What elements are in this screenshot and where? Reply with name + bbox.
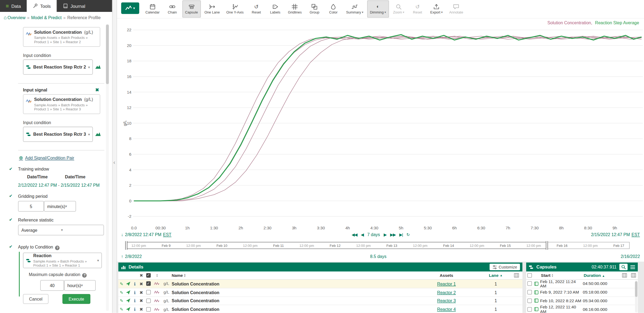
training-start[interactable]: 2/12/2022 12:47 PM — [18, 182, 57, 187]
assets-column-header[interactable]: Assets — [412, 273, 481, 278]
duration-column-header[interactable]: Duration — [584, 273, 620, 278]
capsules-search-button[interactable] — [619, 264, 628, 270]
fast-backward-button[interactable]: ◀◀ — [352, 232, 357, 237]
breadcrumb-model-predict[interactable]: Model & Predict — [31, 15, 62, 20]
info-icon[interactable] — [131, 281, 138, 286]
details-row[interactable]: g/LSolution ConcentrationReactor 21 — [118, 288, 522, 297]
view-mode-button[interactable] — [121, 2, 139, 14]
display-range-end[interactable]: 2/15/2022 12:47 PMEST — [591, 232, 640, 237]
scrollbar-thumb[interactable] — [106, 25, 109, 84]
table-view-icon[interactable] — [629, 273, 638, 278]
toolbar-button-color[interactable]: Color — [324, 1, 342, 18]
condition-dropdown-2[interactable]: Best Reaction Step Rctr 3 — [23, 127, 93, 142]
breadcrumb-overview[interactable]: Overview — [8, 15, 26, 20]
home-icon[interactable] — [4, 15, 7, 20]
send-icon[interactable] — [125, 281, 131, 286]
remove-pair-icon[interactable] — [95, 87, 99, 93]
row-checkbox[interactable] — [146, 307, 151, 312]
select-all-checkbox[interactable] — [146, 273, 151, 278]
asset-swap-icon[interactable] — [95, 64, 101, 70]
cancel-button[interactable]: Cancel — [23, 294, 48, 304]
row-checkbox[interactable] — [527, 290, 532, 295]
remove-icon[interactable] — [138, 298, 145, 303]
row-checkbox[interactable] — [146, 298, 151, 303]
asset-link[interactable]: Reactor 3 — [437, 298, 456, 303]
capsule-row[interactable]: Feb 9, 2022 7:10 AM05:18:00.000 — [526, 288, 638, 297]
row-checkbox[interactable] — [146, 281, 151, 286]
panel-splitter[interactable] — [112, 0, 117, 313]
legend-item-reaction-step-average[interactable]: Reaction Step Average — [595, 20, 639, 25]
row-checkbox[interactable] — [146, 290, 151, 295]
row-checkbox[interactable] — [527, 298, 532, 303]
start-column-header[interactable]: Start▴▾ — [541, 273, 584, 278]
scrollbar-thumb[interactable] — [635, 281, 638, 297]
investigate-range-slider[interactable]: 12:00 pmFeb 912:00 pmFeb 1012:00 pmFeb 1… — [126, 242, 630, 249]
legend-item-solution-concentration[interactable]: Solution Concentration, — [547, 20, 592, 25]
send-icon[interactable] — [125, 290, 131, 295]
select-all-checkbox[interactable] — [527, 273, 532, 278]
toolbar-button-one-y-axis[interactable]: One Y-Axis — [223, 1, 246, 18]
training-end[interactable]: 2/15/2022 12:47 PM — [61, 182, 100, 187]
toolbar-button-annotate-disabled[interactable]: Annotate — [446, 1, 466, 18]
customize-button[interactable]: Customize — [490, 264, 520, 270]
remove-all-icon[interactable] — [138, 273, 145, 278]
collapse-panel-icon[interactable] — [113, 159, 115, 165]
toolbar-button-calendar[interactable]: Calendar — [142, 1, 162, 18]
condition-dropdown-1[interactable]: Best Reaction Step Rctr 2 — [23, 59, 93, 74]
range-span-label[interactable]: 8.5 days — [370, 254, 386, 259]
asset-link[interactable]: Reactor 2 — [437, 290, 456, 295]
capsule-row[interactable]: Feb 11, 2022 11:24 AM04:50:00.000 — [526, 280, 638, 288]
toolbar-button-export[interactable]: Export — [427, 1, 445, 18]
fast-forward-button[interactable]: ▶▶ — [390, 232, 396, 237]
toolbar-button-reset[interactable]: Reset — [247, 1, 265, 18]
range-handle-left[interactable] — [125, 241, 128, 250]
skip-to-end-button[interactable]: ▶| — [399, 232, 403, 237]
panel-scrollbar[interactable] — [106, 24, 109, 311]
remove-icon[interactable] — [138, 307, 145, 312]
help-icon[interactable] — [55, 246, 60, 250]
toolbar-button-chain[interactable]: Chain — [163, 1, 181, 18]
capsule-row[interactable]: Feb 10, 2022 8:22 AM05:34:00.000 — [526, 297, 638, 305]
range-start-date[interactable]: 2/8/2022 — [121, 254, 142, 259]
tab-tools[interactable]: Tools — [27, 0, 56, 12]
display-range-start[interactable]: 2/8/2022 12:47 PMEST — [121, 232, 171, 237]
edit-icon[interactable] — [118, 307, 125, 312]
step-backward-button[interactable]: ◀ — [361, 232, 363, 237]
row-checkbox[interactable] — [527, 307, 532, 312]
trend-chart-svg[interactable]: 2220181614121086420-2g/L0.000:301h1:302h… — [123, 25, 643, 234]
range-end-date[interactable]: 2/16/2022 — [621, 254, 640, 259]
toolbar-button-zoom-disabled[interactable]: Zoom — [390, 1, 408, 18]
toolbar-button-group[interactable]: Group — [305, 1, 323, 18]
asset-link[interactable]: Reactor 1 — [437, 281, 456, 286]
toolbar-button-summary[interactable]: Summary — [343, 1, 366, 18]
toolbar-button-gridlines[interactable]: Gridlines — [285, 1, 305, 18]
timezone-link[interactable]: EST — [163, 232, 171, 237]
capsule-row[interactable]: Feb 12, 2022 11:40 AM06:16:00.000 — [526, 305, 638, 313]
tab-data[interactable]: Data — [0, 0, 27, 12]
toolbar-button-capsule[interactable]: Capsule — [182, 1, 201, 18]
timezone-link[interactable]: EST — [632, 232, 640, 237]
range-handle-right[interactable] — [546, 241, 548, 250]
tab-journal[interactable]: Journal — [56, 0, 91, 12]
toolbar-button-labels[interactable]: Labels — [266, 1, 284, 18]
reference-statistic-select[interactable]: Average — [18, 225, 104, 236]
name-column-header[interactable]: Name▴▾ — [172, 273, 412, 278]
toolbar-button-one-lane[interactable]: One Lane — [202, 1, 223, 18]
gridding-value-input[interactable] — [18, 201, 44, 212]
send-icon[interactable] — [125, 298, 131, 303]
asset-link[interactable]: Reactor 4 — [437, 307, 456, 312]
info-icon[interactable] — [131, 307, 138, 312]
apply-condition-dropdown[interactable]: Reaction Sample Assets » Batch Products … — [23, 253, 102, 268]
max-duration-unit-select[interactable]: hour(s) — [64, 280, 96, 291]
details-row[interactable]: g/LSolution ConcentrationReactor 41 — [118, 305, 522, 313]
columns-config-icon[interactable] — [510, 273, 523, 278]
max-duration-input[interactable] — [40, 280, 64, 291]
input-signal-card-1[interactable]: Solution Concentration (g/L) Sample Asse… — [23, 27, 100, 46]
capsules-list-button[interactable] — [630, 264, 635, 270]
edit-icon[interactable] — [118, 290, 125, 295]
row-checkbox[interactable] — [527, 281, 532, 286]
add-signal-condition-pair-link[interactable]: Add Signal/Condition Pair — [19, 155, 74, 161]
edit-icon[interactable] — [118, 298, 125, 303]
edit-icon[interactable] — [118, 281, 125, 286]
info-icon[interactable] — [131, 290, 138, 295]
